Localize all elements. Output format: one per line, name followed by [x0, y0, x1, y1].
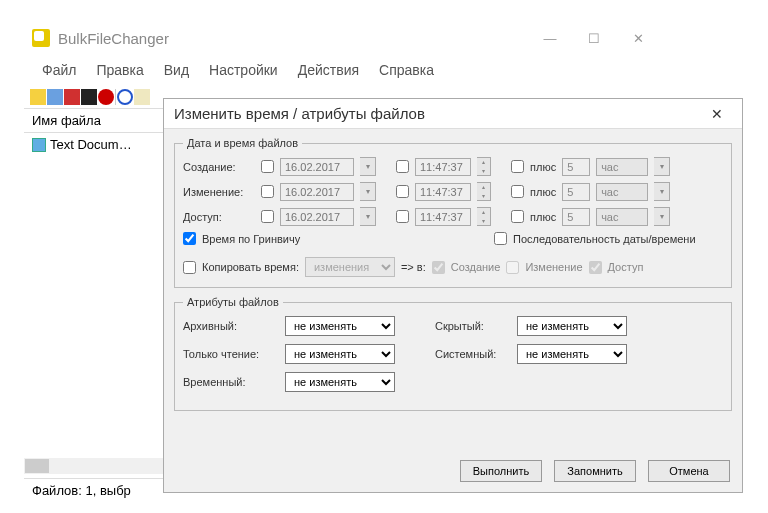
created-plus-checkbox[interactable]: [511, 160, 524, 173]
copy-to-created-checkbox[interactable]: [432, 261, 445, 274]
datetime-legend: Дата и время файлов: [183, 137, 302, 149]
spinner-icon[interactable]: ▴▾: [477, 207, 491, 226]
app-title: BulkFileChanger: [58, 30, 528, 47]
dropdown-icon[interactable]: ▾: [654, 157, 670, 176]
accessed-plus-label: плюс: [530, 211, 556, 223]
temporary-label: Временный:: [183, 376, 279, 388]
system-select[interactable]: не изменять: [517, 344, 627, 364]
modified-plus-checkbox[interactable]: [511, 185, 524, 198]
modified-unit-select[interactable]: [596, 183, 648, 201]
execute-button[interactable]: Выполнить: [460, 460, 542, 482]
copy-time-checkbox[interactable]: [183, 261, 196, 274]
hidden-select[interactable]: не изменять: [517, 316, 627, 336]
delete-red-icon[interactable]: [64, 89, 80, 105]
archive-label: Архивный:: [183, 320, 279, 332]
created-label: Создание:: [183, 161, 255, 173]
dropdown-icon[interactable]: ▾: [360, 207, 376, 226]
dropdown-icon[interactable]: ▾: [654, 182, 670, 201]
dropdown-icon[interactable]: ▾: [360, 157, 376, 176]
sequence-checkbox[interactable]: [494, 232, 507, 245]
run-icon[interactable]: [134, 89, 150, 105]
scrollbar-thumb[interactable]: [25, 459, 49, 473]
dialog-title: Изменить время / атрибуты файлов: [174, 105, 702, 122]
accessed-time-checkbox[interactable]: [396, 210, 409, 223]
dropdown-icon[interactable]: ▾: [654, 207, 670, 226]
copy-to-accessed-checkbox[interactable]: [589, 261, 602, 274]
copy-to-created-label: Создание: [451, 261, 501, 273]
accessed-date-checkbox[interactable]: [261, 210, 274, 223]
accessed-time-input[interactable]: [415, 208, 471, 226]
modified-date-input[interactable]: [280, 183, 354, 201]
hidden-label: Скрытый:: [435, 320, 511, 332]
app-icon: [32, 29, 50, 47]
cancel-button[interactable]: Отмена: [648, 460, 730, 482]
attributes-group: Атрибуты файлов Архивный: не изменять То…: [174, 296, 732, 411]
copy-source-select[interactable]: изменения: [305, 257, 395, 277]
created-time-input[interactable]: [415, 158, 471, 176]
readonly-select[interactable]: не изменять: [285, 344, 395, 364]
sequence-label: Последовательность даты/времени: [513, 233, 723, 245]
remember-button[interactable]: Запомнить: [554, 460, 636, 482]
temporary-select[interactable]: не изменять: [285, 372, 395, 392]
created-plus-value[interactable]: [562, 158, 590, 176]
change-time-dialog: Изменить время / атрибуты файлов ✕ Дата …: [163, 98, 743, 493]
modified-time-input[interactable]: [415, 183, 471, 201]
modified-date-checkbox[interactable]: [261, 185, 274, 198]
accessed-label: Доступ:: [183, 211, 255, 223]
spinner-icon[interactable]: ▴▾: [477, 157, 491, 176]
spinner-icon[interactable]: ▴▾: [477, 182, 491, 201]
menubar: Файл Правка Вид Настройки Действия Справ…: [24, 54, 664, 86]
stop-icon[interactable]: [98, 89, 114, 105]
modified-plus-value[interactable]: [562, 183, 590, 201]
readonly-label: Только чтение:: [183, 348, 279, 360]
menu-edit[interactable]: Правка: [86, 60, 153, 80]
accessed-date-input[interactable]: [280, 208, 354, 226]
minimize-button[interactable]: —: [528, 24, 572, 52]
menu-actions[interactable]: Действия: [288, 60, 369, 80]
created-time-checkbox[interactable]: [396, 160, 409, 173]
dropdown-icon[interactable]: ▾: [360, 182, 376, 201]
menu-settings[interactable]: Настройки: [199, 60, 288, 80]
horizontal-scrollbar[interactable]: [24, 458, 184, 474]
attributes-legend: Атрибуты файлов: [183, 296, 283, 308]
created-date-input[interactable]: [280, 158, 354, 176]
greenwich-checkbox[interactable]: [183, 232, 196, 245]
dialog-titlebar: Изменить время / атрибуты файлов ✕: [164, 99, 742, 129]
system-label: Системный:: [435, 348, 511, 360]
save-icon[interactable]: [47, 89, 63, 105]
modified-label: Изменение:: [183, 186, 255, 198]
modified-time-checkbox[interactable]: [396, 185, 409, 198]
arrow-to-label: => в:: [401, 261, 426, 273]
created-date-checkbox[interactable]: [261, 160, 274, 173]
copy-to-accessed-label: Доступ: [608, 261, 644, 273]
file-name: Text Docum…: [50, 137, 132, 152]
accessed-plus-checkbox[interactable]: [511, 210, 524, 223]
greenwich-label: Время по Гринвичу: [202, 233, 300, 245]
accessed-plus-value[interactable]: [562, 208, 590, 226]
datetime-group: Дата и время файлов Создание: ▾ ▴▾ плюс …: [174, 137, 732, 288]
created-unit-select[interactable]: [596, 158, 648, 176]
copy-to-modified-label: Изменение: [525, 261, 582, 273]
maximize-button[interactable]: ☐: [572, 24, 616, 52]
menu-file[interactable]: Файл: [32, 60, 86, 80]
copy-time-label: Копировать время:: [202, 261, 299, 273]
file-icon: [32, 138, 46, 152]
copy-to-modified-checkbox[interactable]: [506, 261, 519, 274]
clock-icon[interactable]: [117, 89, 133, 105]
close-button[interactable]: ✕: [616, 24, 660, 52]
created-plus-label: плюс: [530, 161, 556, 173]
dialog-close-button[interactable]: ✕: [702, 106, 732, 122]
delete-black-icon[interactable]: [81, 89, 97, 105]
folder-icon[interactable]: [30, 89, 46, 105]
menu-help[interactable]: Справка: [369, 60, 444, 80]
menu-view[interactable]: Вид: [154, 60, 199, 80]
archive-select[interactable]: не изменять: [285, 316, 395, 336]
modified-plus-label: плюс: [530, 186, 556, 198]
titlebar: BulkFileChanger — ☐ ✕: [24, 22, 664, 54]
accessed-unit-select[interactable]: [596, 208, 648, 226]
